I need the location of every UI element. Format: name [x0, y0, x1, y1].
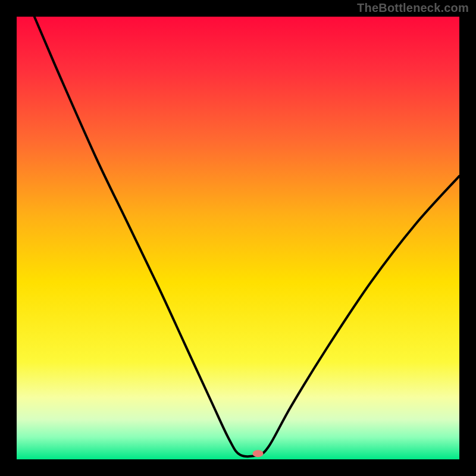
watermark-text: TheBottleneck.com	[357, 1, 469, 15]
optimal-point-marker	[252, 450, 263, 457]
chart-frame: { "watermark": "TheBottleneck.com", "cha…	[0, 0, 476, 476]
chart-background	[17, 17, 459, 459]
bottleneck-chart	[0, 0, 476, 476]
